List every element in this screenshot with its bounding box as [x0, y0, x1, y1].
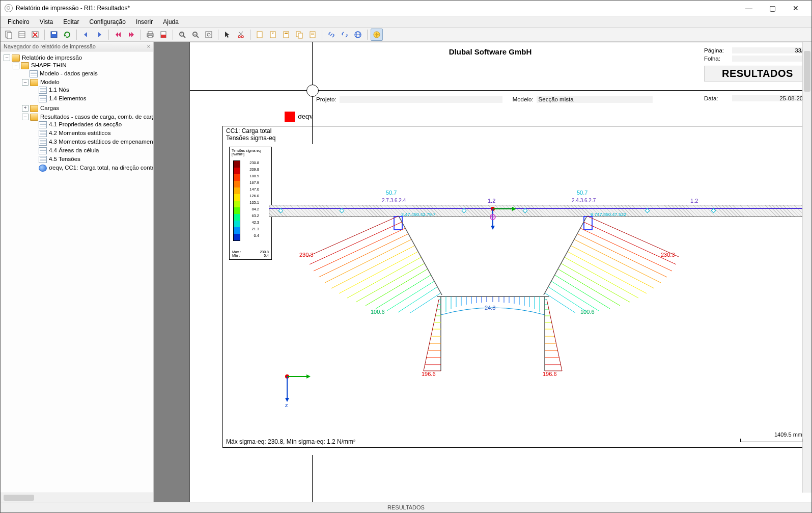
- menu-config[interactable]: Configuração: [86, 17, 130, 26]
- tb-select[interactable]: [221, 29, 234, 41]
- tb-page-dup[interactable]: [293, 29, 305, 41]
- maximize-button[interactable]: ▢: [761, 1, 784, 16]
- modelo-value: Secção mista: [537, 96, 653, 103]
- tree-root[interactable]: –Relatório de impressão –SHAPE-THIN Mode…: [4, 53, 152, 175]
- svg-marker-139: [306, 374, 311, 379]
- tb-zoom-in[interactable]: +: [176, 29, 188, 41]
- svg-marker-141: [285, 398, 289, 402]
- val-230-l: 230.3: [299, 252, 314, 258]
- tb-refresh[interactable]: [61, 29, 73, 41]
- tb-zoom-fit[interactable]: [203, 29, 215, 41]
- svg-line-86: [544, 216, 587, 295]
- tb-page-b[interactable]: [280, 29, 292, 41]
- titlebar: Relatório de impressão - RI1: Resultados…: [1, 1, 811, 16]
- date-row: Data: 25-08-2016: [704, 95, 811, 101]
- header-hole-icon: [306, 85, 319, 97]
- svg-line-63: [339, 252, 418, 293]
- pagina-value: 33/33: [732, 47, 811, 53]
- svg-line-58: [310, 222, 402, 264]
- tb-new-report[interactable]: [3, 29, 15, 41]
- svg-rect-9: [52, 32, 56, 34]
- svg-line-122: [424, 300, 439, 371]
- val-cy-top-r: 50.7: [577, 190, 587, 196]
- tree-cargas[interactable]: +Cargas: [22, 104, 152, 113]
- tree-r44[interactable]: 4.4 Áreas da célula: [31, 147, 152, 155]
- svg-line-23: [183, 36, 185, 38]
- svg-marker-11: [84, 32, 87, 37]
- tb-last[interactable]: [93, 29, 105, 41]
- menu-editar[interactable]: Editar: [59, 17, 83, 26]
- close-button[interactable]: ✕: [784, 1, 807, 16]
- tree-r45[interactable]: 4.5 Tensões: [31, 155, 152, 164]
- svg-rect-21: [161, 35, 166, 38]
- tb-page-blank[interactable]: [254, 29, 266, 41]
- svg-marker-30: [225, 32, 230, 38]
- tb-rewind[interactable]: [112, 29, 124, 41]
- svg-line-71: [399, 216, 442, 295]
- preview-area[interactable]: Dlubal Software GmbH Página:33/33 Folha:…: [154, 42, 811, 502]
- tb-lang[interactable]: [371, 29, 383, 41]
- tb-first[interactable]: [80, 29, 92, 41]
- tree-r42[interactable]: 4.2 Momentos estáticos: [31, 129, 152, 138]
- svg-line-65: [356, 263, 425, 302]
- tb-print[interactable]: [144, 29, 156, 41]
- tree-elementos[interactable]: 1.4 Elementos: [31, 95, 152, 103]
- menu-vista[interactable]: Vista: [36, 17, 57, 26]
- tb-delete[interactable]: [29, 29, 41, 41]
- status-text: RESULTADOS: [387, 504, 425, 510]
- menu-ficheiro[interactable]: Ficheiro: [4, 17, 34, 26]
- tree-sigma[interactable]: σeqv, CC1: Carga total, na direção contr…: [31, 164, 152, 173]
- nav-tree[interactable]: –Relatório de impressão –SHAPE-THIN Mode…: [1, 51, 153, 493]
- tb-export-pdf[interactable]: [157, 29, 170, 41]
- tb-link2[interactable]: [339, 29, 351, 41]
- tree-r43[interactable]: 4.3 Momentos estáticos de empenamento: [31, 138, 152, 147]
- tree-nos[interactable]: 1.1 Nós: [31, 86, 152, 95]
- tb-link[interactable]: [325, 29, 338, 41]
- figure-title: CC1: Carga totalTensões sigma-eq: [226, 127, 275, 142]
- tb-globe[interactable]: [352, 29, 364, 41]
- svg-marker-12: [98, 32, 101, 37]
- svg-line-57: [307, 216, 399, 257]
- window-title: Relatório de impressão - RI1: Resultados…: [16, 5, 737, 12]
- svg-line-136: [547, 300, 562, 371]
- val-100-r: 100.6: [580, 309, 595, 315]
- svg-line-61: [325, 239, 411, 283]
- figure-footer: Máx sigma-eq: 230.8, Mín sigma-eq: 1.2 N…: [226, 438, 355, 445]
- tb-forward[interactable]: [125, 29, 137, 41]
- svg-rect-28: [206, 32, 212, 38]
- report-page: Dlubal Software GmbH Página:33/33 Folha:…: [189, 42, 811, 502]
- tree-modelo[interactable]: –Modelo 1.1 Nós 1.4 Elementos: [22, 78, 152, 104]
- svg-line-75: [577, 234, 667, 277]
- svg-rect-19: [148, 36, 152, 38]
- svg-line-73: [584, 222, 676, 264]
- tb-page-c[interactable]: [306, 29, 319, 41]
- preview-vscroll[interactable]: [802, 42, 811, 493]
- window-buttons: — ▢ ✕: [737, 1, 807, 16]
- tb-zoom-out[interactable]: –: [189, 29, 202, 41]
- svg-text:z: z: [285, 402, 288, 408]
- tb-cut[interactable]: [235, 29, 247, 41]
- svg-text:–: –: [194, 32, 196, 36]
- val-196-r: 196.6: [543, 371, 557, 377]
- tb-save[interactable]: [48, 29, 60, 41]
- tree-r41[interactable]: 4.1 Propriedades da secção: [31, 121, 152, 129]
- legend-colorbar: [233, 160, 240, 241]
- svg-point-29: [207, 33, 210, 36]
- tb-ledger[interactable]: [16, 29, 28, 41]
- data-value: 25-08-2016: [732, 95, 811, 101]
- tree-resultados[interactable]: –Resultados - casos de carga, comb. de c…: [22, 113, 152, 173]
- menu-inserir[interactable]: Inserir: [132, 17, 157, 26]
- nav-hscroll[interactable]: [1, 493, 153, 502]
- tree-modelo-dados[interactable]: Modelo - dados gerais: [22, 69, 152, 78]
- val-cy-top-l: 50.7: [386, 190, 397, 196]
- svg-line-80: [561, 263, 630, 302]
- nav-panel: Navegador do relatório de impressão × –R…: [1, 42, 154, 502]
- minimize-button[interactable]: —: [737, 1, 761, 16]
- nav-close-icon[interactable]: ×: [147, 43, 150, 49]
- statusbar: RESULTADOS: [1, 502, 811, 512]
- svg-text:+: +: [181, 32, 183, 36]
- tb-page-a[interactable]: [267, 29, 279, 41]
- svg-line-78: [568, 252, 647, 293]
- tree-shapethin[interactable]: –SHAPE-THIN Modelo - dados gerais –Model…: [13, 62, 152, 174]
- menu-ajuda[interactable]: Ajuda: [159, 17, 183, 26]
